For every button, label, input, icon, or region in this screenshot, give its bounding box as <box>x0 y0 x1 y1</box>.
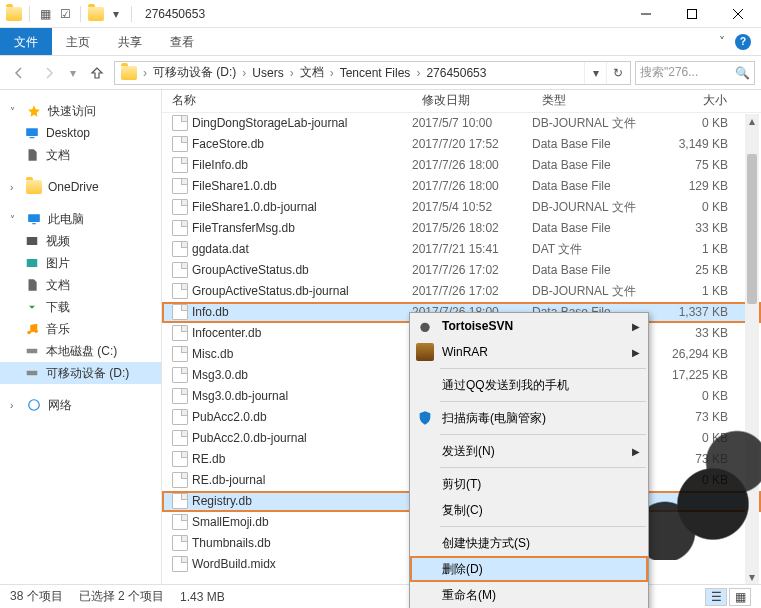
menu-rename[interactable]: 重命名(M) <box>410 582 648 608</box>
chevron-right-icon[interactable]: › <box>240 66 248 80</box>
sidebar-item-documents[interactable]: 文档 <box>0 144 161 166</box>
sidebar-item-desktop[interactable]: Desktop <box>0 122 161 144</box>
history-dropdown[interactable]: ▾ <box>66 60 80 86</box>
qat-caret-icon[interactable]: ▾ <box>108 6 124 22</box>
file-row[interactable]: DingDongStorageLab-journal2017/5/7 10:00… <box>162 113 761 134</box>
file-name: DingDongStorageLab-journal <box>192 116 347 130</box>
column-size[interactable]: 大小 <box>656 92 738 109</box>
file-date: 2017/7/26 17:02 <box>412 284 532 298</box>
maximize-button[interactable] <box>669 0 715 28</box>
search-box[interactable]: 搜索"276... 🔍 <box>635 61 755 85</box>
view-thumbnails-icon[interactable]: ▦ <box>729 588 751 606</box>
file-date: 2017/5/7 10:00 <box>412 116 532 130</box>
file-date: 2017/5/4 10:52 <box>412 200 532 214</box>
menu-create-shortcut[interactable]: 创建快捷方式(S) <box>410 530 648 556</box>
tab-share[interactable]: 共享 <box>104 28 156 55</box>
file-size: 129 KB <box>656 179 738 193</box>
chevron-right-icon[interactable]: › <box>288 66 296 80</box>
forward-button[interactable] <box>36 60 62 86</box>
file-row[interactable]: ggdata.dat2017/7/21 15:41DAT 文件1 KB <box>162 239 761 260</box>
help-icon[interactable]: ? <box>735 34 751 50</box>
file-row[interactable]: GroupActiveStatus.db-journal2017/7/26 17… <box>162 281 761 302</box>
address-bar[interactable]: › 可移动设备 (D:) › Users › 文档 › Tencent File… <box>114 61 631 85</box>
sidebar-item-pictures[interactable]: 图片 <box>0 252 161 274</box>
menu-cut[interactable]: 剪切(T) <box>410 471 648 497</box>
star-icon <box>26 103 42 119</box>
tab-home[interactable]: 主页 <box>52 28 104 55</box>
sidebar-quick-access[interactable]: ˅快速访问 <box>0 100 161 122</box>
file-type: DB-JOURNAL 文件 <box>532 199 656 216</box>
file-date: 2017/7/26 17:02 <box>412 263 532 277</box>
menu-delete[interactable]: 删除(D) <box>410 556 648 582</box>
chevron-right-icon[interactable]: › <box>414 66 422 80</box>
file-size: 1 KB <box>656 284 738 298</box>
scroll-up-icon[interactable]: ▴ <box>745 114 759 128</box>
file-name: Misc.db <box>192 347 233 361</box>
file-row[interactable]: GroupActiveStatus.db2017/7/26 17:02Data … <box>162 260 761 281</box>
scroll-down-icon[interactable]: ▾ <box>745 570 759 584</box>
file-size: 0 KB <box>656 431 738 445</box>
file-icon <box>172 472 188 488</box>
ribbon-collapse-icon[interactable]: ˅ <box>719 35 725 49</box>
file-icon <box>172 451 188 467</box>
file-row[interactable]: FileTransferMsg.db2017/5/26 18:02Data Ba… <box>162 218 761 239</box>
file-icon <box>172 367 188 383</box>
sidebar-item-videos[interactable]: 视频 <box>0 230 161 252</box>
sidebar-item-downloads[interactable]: 下载 <box>0 296 161 318</box>
menu-copy[interactable]: 复制(C) <box>410 497 648 523</box>
column-date[interactable]: 修改日期 <box>412 92 532 109</box>
file-name: GroupActiveStatus.db-journal <box>192 284 349 298</box>
file-tab[interactable]: 文件 <box>0 28 52 55</box>
back-button[interactable] <box>6 60 32 86</box>
breadcrumb[interactable]: 文档 <box>296 64 328 81</box>
scroll-thumb[interactable] <box>747 154 757 304</box>
file-icon <box>172 346 188 362</box>
view-details-icon[interactable]: ☰ <box>705 588 727 606</box>
menu-scan-virus[interactable]: 扫描病毒(电脑管家) <box>410 405 648 431</box>
menu-send-qq[interactable]: 通过QQ发送到我的手机 <box>410 372 648 398</box>
qat-properties-icon[interactable]: ▦ <box>37 6 53 22</box>
search-icon[interactable]: 🔍 <box>735 66 750 80</box>
winrar-icon <box>416 343 434 361</box>
breadcrumb[interactable]: Users <box>248 66 287 80</box>
sidebar-item-documents[interactable]: 文档 <box>0 274 161 296</box>
file-size: 1,337 KB <box>656 305 738 319</box>
qat-select-icon[interactable]: ☑ <box>57 6 73 22</box>
menu-winrar[interactable]: WinRAR▶ <box>410 339 648 365</box>
file-size: 1 KB <box>656 242 738 256</box>
chevron-right-icon[interactable]: › <box>328 66 336 80</box>
file-row[interactable]: FileInfo.db2017/7/26 18:00Data Base File… <box>162 155 761 176</box>
chevron-right-icon[interactable]: › <box>141 66 149 80</box>
file-row[interactable]: FileShare1.0.db2017/7/26 18:00Data Base … <box>162 176 761 197</box>
desktop-icon <box>24 125 40 141</box>
tab-view[interactable]: 查看 <box>156 28 208 55</box>
scrollbar[interactable]: ▴ ▾ <box>745 114 759 584</box>
close-button[interactable] <box>715 0 761 28</box>
sidebar-item-music[interactable]: 音乐 <box>0 318 161 340</box>
breadcrumb[interactable]: 可移动设备 (D:) <box>149 64 240 81</box>
refresh-icon[interactable]: ↻ <box>606 62 628 84</box>
sidebar-item-local-disk-c[interactable]: 本地磁盘 (C:) <box>0 340 161 362</box>
minimize-button[interactable] <box>623 0 669 28</box>
file-icon <box>172 535 188 551</box>
file-icon <box>172 514 188 530</box>
sidebar-this-pc[interactable]: ˅此电脑 <box>0 208 161 230</box>
sidebar-item-removable-d[interactable]: 可移动设备 (D:) <box>0 362 161 384</box>
address-dropdown-icon[interactable]: ▾ <box>584 62 606 84</box>
file-icon <box>172 325 188 341</box>
file-row[interactable]: FileShare1.0.db-journal2017/5/4 10:52DB-… <box>162 197 761 218</box>
disk-icon <box>24 365 40 381</box>
sidebar-network[interactable]: ›网络 <box>0 394 161 416</box>
breadcrumb[interactable]: 276450653 <box>422 66 490 80</box>
column-type[interactable]: 类型 <box>532 92 656 109</box>
status-selection: 已选择 2 个项目 <box>79 588 164 605</box>
menu-tortoisesvn[interactable]: TortoiseSVN▶ <box>410 313 648 339</box>
up-button[interactable] <box>84 60 110 86</box>
file-row[interactable]: FaceStore.db2017/7/20 17:52Data Base Fil… <box>162 134 761 155</box>
menu-send-to[interactable]: 发送到(N)▶ <box>410 438 648 464</box>
sidebar-onedrive[interactable]: ›OneDrive <box>0 176 161 198</box>
file-size: 17,225 KB <box>656 368 738 382</box>
svg-rect-2 <box>30 137 35 138</box>
column-name[interactable]: 名称 <box>162 92 412 109</box>
breadcrumb[interactable]: Tencent Files <box>336 66 415 80</box>
